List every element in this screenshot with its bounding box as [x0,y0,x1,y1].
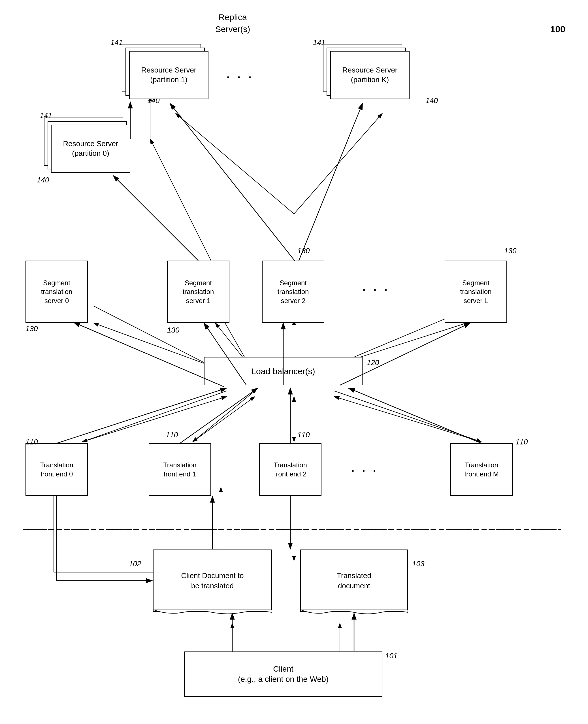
resource-server-partition0: Resource Server(partition 0) [51,125,130,173]
seg-server-L: Segmenttranslationserver L [445,261,507,323]
svg-line-38 [180,388,258,443]
replica-servers-label: ReplicaServer(s) [215,11,250,35]
ref-110-fe0: 110 [25,438,38,446]
dots-front-ends: . . . [351,462,378,474]
svg-line-7 [93,323,210,365]
diagram: ReplicaServer(s) 100 Resource Server(par… [0,0,588,724]
ref-130-s0: 130 [25,324,38,333]
ref-130-s2-top: 130 [297,247,310,255]
svg-line-21 [334,397,482,442]
trans-front-end-0: Translationfront end 0 [25,443,88,496]
ref-100: 100 [550,24,565,35]
svg-line-32 [113,176,198,261]
svg-line-14 [82,391,227,442]
ref-103: 103 [412,559,424,568]
ref-110-feM: 110 [516,438,528,446]
load-balancer: Load balancer(s) [204,357,362,385]
trans-front-end-M: Translationfront end M [450,443,513,496]
seg-server-2: Segmenttranslationserver 2 [262,261,324,323]
trans-front-end-1: Translationfront end 1 [149,443,211,496]
svg-line-5 [150,139,215,269]
svg-line-37 [57,388,227,443]
svg-line-40 [349,388,482,443]
ref-140-p0: 140 [37,176,49,185]
ref-120: 120 [367,358,379,367]
svg-line-30 [170,103,295,261]
ref-130-connector: 130 [167,326,179,335]
client-box: Client(e.g., a client on the Web) [184,652,382,697]
svg-line-17 [193,397,255,442]
svg-line-3 [175,113,294,214]
svg-line-20 [334,391,482,442]
ref-141-p1: 141 [110,38,123,47]
ref-140-pK: 140 [426,96,438,105]
svg-line-16 [193,391,255,442]
ref-110-fe1: 110 [166,430,178,439]
client-doc-shape: Client Document tobe translated [153,550,272,612]
svg-line-33 [74,322,224,387]
resource-server-partitionK: Resource Server(partition K) [330,51,410,99]
svg-line-15 [82,397,227,442]
ref-130-sL: 130 [504,247,516,255]
dots-resource-servers: . . . [227,68,254,81]
ref-101: 101 [385,652,397,660]
seg-server-1: Segmenttranslationserver 1 [167,261,229,323]
dots-seg-servers: . . . [362,280,390,293]
resource-server-partition1: Resource Server(partition 1) [129,51,208,99]
svg-line-31 [299,103,362,261]
translated-doc-shape: Translateddocument [300,550,408,612]
ref-110-fe2: 110 [297,430,310,439]
ref-102: 102 [129,559,141,568]
trans-front-end-2: Translationfront end 2 [259,443,321,496]
svg-line-4 [294,113,382,214]
seg-server-0: Segmenttranslationserver 0 [25,261,88,323]
